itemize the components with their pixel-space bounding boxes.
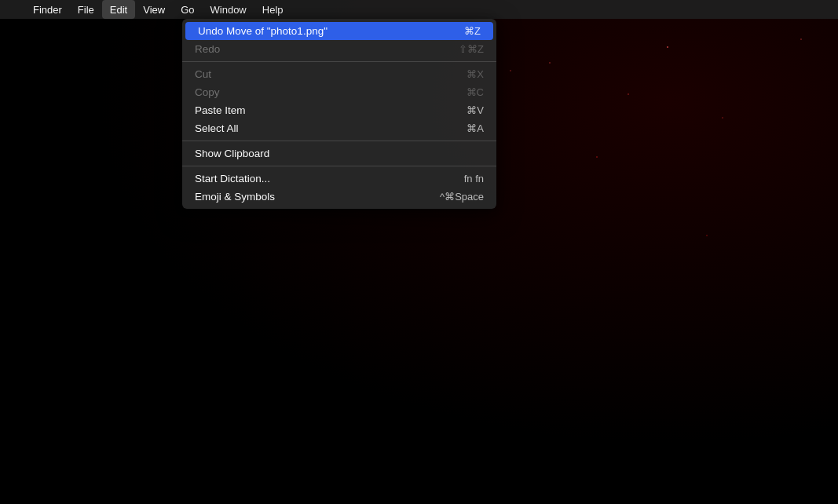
menubar-edit[interactable]: Edit [102, 0, 135, 19]
menu-item-paste-shortcut: ⌘V [467, 104, 484, 116]
menu-item-show-clipboard[interactable]: Show Clipboard [182, 144, 496, 163]
menubar-view[interactable]: View [135, 0, 173, 19]
menu-item-emoji-symbols-shortcut: ^⌘Space [440, 191, 484, 203]
menubar-apple[interactable] [6, 0, 25, 19]
menu-item-redo-label: Redo [195, 43, 220, 55]
separator-1 [182, 61, 496, 62]
menu-item-cut[interactable]: Cut ⌘X [182, 65, 496, 83]
menubar-window[interactable]: Window [203, 0, 254, 19]
menu-item-undo[interactable]: Undo Move of "photo1.png" ⌘Z [185, 22, 493, 40]
menubar-help[interactable]: Help [254, 0, 291, 19]
menu-item-start-dictation-label: Start Dictation... [195, 173, 270, 184]
menu-item-cut-label: Cut [195, 68, 211, 80]
menubar-file[interactable]: File [70, 0, 102, 19]
menu-item-copy[interactable]: Copy ⌘C [182, 83, 496, 101]
menu-item-start-dictation-shortcut: fn fn [464, 173, 484, 184]
separator-3 [182, 166, 496, 166]
menu-item-cut-shortcut: ⌘X [467, 68, 484, 80]
menubar-go[interactable]: Go [173, 0, 202, 19]
menu-item-redo-shortcut: ⇧⌘Z [459, 43, 484, 55]
menu-item-undo-shortcut: ⌘Z [464, 25, 481, 37]
menu-item-start-dictation[interactable]: Start Dictation... fn fn [182, 170, 496, 188]
menu-item-show-clipboard-label: Show Clipboard [195, 148, 269, 159]
menu-item-undo-label: Undo Move of "photo1.png" [198, 25, 328, 37]
separator-2 [182, 141, 496, 141]
menu-item-select-all-shortcut: ⌘A [467, 122, 484, 134]
menubar-finder[interactable]: Finder [25, 0, 70, 19]
menu-item-paste[interactable]: Paste Item ⌘V [182, 101, 496, 119]
menu-item-select-all[interactable]: Select All ⌘A [182, 119, 496, 137]
menu-item-redo[interactable]: Redo ⇧⌘Z [182, 40, 496, 58]
menu-item-copy-shortcut: ⌘C [467, 86, 484, 98]
menu-item-emoji-symbols[interactable]: Emoji & Symbols ^⌘Space [182, 188, 496, 206]
menu-item-copy-label: Copy [195, 86, 220, 98]
menu-item-paste-label: Paste Item [195, 104, 246, 116]
menu-item-select-all-label: Select All [195, 122, 239, 134]
menubar: Finder File Edit View Go Window Help [0, 0, 838, 19]
edit-dropdown-menu: Undo Move of "photo1.png" ⌘Z Redo ⇧⌘Z Cu… [182, 19, 496, 209]
menu-item-emoji-symbols-label: Emoji & Symbols [195, 191, 275, 203]
